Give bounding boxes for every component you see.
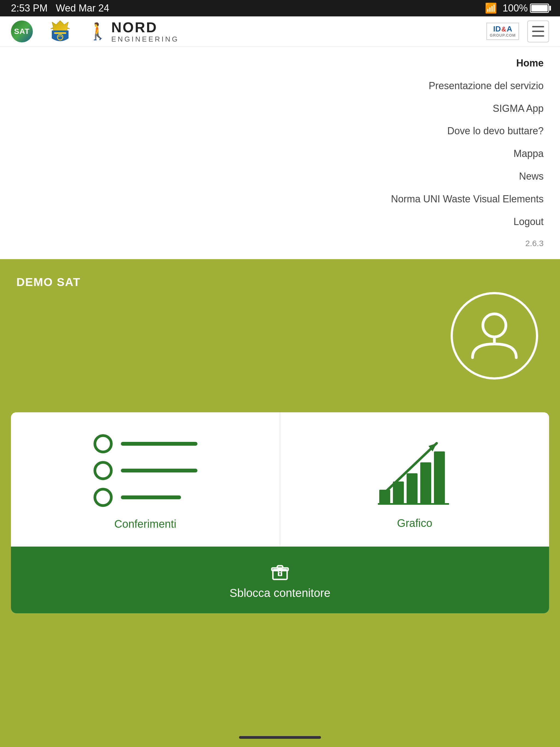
hamburger-line-1 — [532, 26, 544, 27]
municipality-crest-icon — [49, 19, 71, 44]
hamburger-line-3 — [532, 35, 544, 36]
conf-row-1 — [94, 434, 198, 453]
nord-brand-name: NORD — [111, 20, 179, 35]
conferimenti-label: Conferimenti — [114, 518, 176, 530]
avatar-circle — [451, 292, 538, 380]
conf-line-1 — [121, 442, 198, 446]
svg-marker-0 — [51, 21, 70, 31]
municipality-logo — [49, 21, 71, 42]
conf-line-3 — [121, 495, 181, 499]
conf-circle-2 — [94, 461, 113, 480]
hamburger-line-2 — [532, 31, 544, 32]
nav-item-news[interactable]: News — [0, 165, 560, 188]
svg-rect-7 — [407, 473, 417, 504]
nav-item-norma[interactable]: Norma UNI Waste Visual Elements — [0, 188, 560, 210]
header-top: SAT — [0, 17, 560, 47]
nav-item-logout[interactable]: Logout — [0, 210, 560, 233]
header-right: ID & A GROUP.COM — [486, 21, 549, 42]
nav-version: 2.6.3 — [0, 233, 560, 254]
conf-line-2 — [121, 469, 198, 472]
header: SAT — [0, 17, 560, 259]
hero-section: DEMO SAT — [0, 259, 560, 412]
demo-label: DEMO SAT — [17, 259, 81, 289]
sat-logo: SAT — [11, 21, 33, 42]
svg-rect-1 — [54, 32, 66, 34]
status-date: Wed Mar 24 — [56, 2, 109, 14]
svg-rect-9 — [434, 452, 445, 504]
nav-item-dove[interactable]: Dove lo devo buttare? — [0, 120, 560, 143]
battery-container: 100% — [503, 2, 549, 14]
svg-rect-15 — [277, 566, 283, 568]
a-text: A — [507, 25, 512, 33]
nav-dropdown: Home Presentazione del servizio SIGMA Ap… — [0, 47, 560, 259]
grafico-chart-icon — [377, 435, 453, 506]
home-indicator — [239, 736, 321, 739]
unlock-container-icon — [269, 560, 291, 582]
header-logos: SAT — [11, 20, 179, 43]
status-right-icons: 📶 100% — [485, 2, 549, 14]
hamburger-menu-button[interactable] — [527, 21, 549, 42]
conferimenti-card[interactable]: Conferimenti — [11, 412, 280, 547]
main-card: Conferimenti G — [11, 412, 549, 613]
unlock-label: Sblocca contenitore — [230, 587, 331, 600]
conf-row-3 — [94, 488, 198, 507]
nord-sub-name: ENGINEERING — [111, 35, 179, 43]
svg-point-3 — [483, 314, 506, 337]
battery-fill — [531, 5, 548, 11]
nav-item-sigma[interactable]: SIGMA App — [0, 97, 560, 120]
status-bar: 2:53 PM Wed Mar 24 📶 100% — [0, 0, 560, 17]
svg-rect-18 — [279, 574, 281, 575]
id-text: ID — [493, 25, 501, 33]
grafico-card[interactable]: Grafico — [280, 412, 549, 547]
conf-circle-3 — [94, 488, 113, 507]
battery-text: 100% — [503, 2, 528, 14]
idea-logo: ID & A GROUP.COM — [486, 23, 519, 40]
nav-item-home[interactable]: Home — [0, 52, 560, 75]
nord-engineering-logo: 🚶 NORD ENGINEERING — [87, 20, 179, 43]
idea-subtitle: GROUP.COM — [490, 33, 516, 37]
ampersand-text: & — [502, 26, 506, 33]
nord-figure-icon: 🚶 — [87, 23, 108, 40]
card-row: Conferimenti G — [11, 412, 549, 547]
grafico-label: Grafico — [397, 517, 432, 530]
nav-item-presentazione[interactable]: Presentazione del servizio — [0, 75, 560, 97]
conferimenti-icon — [94, 434, 198, 507]
status-time: 2:53 PM — [11, 2, 48, 14]
wifi-icon: 📶 — [485, 2, 497, 14]
grafico-icon-container — [377, 435, 453, 506]
battery-icon — [530, 4, 549, 13]
nav-item-mappa[interactable]: Mappa — [0, 143, 560, 165]
conf-row-2 — [94, 461, 198, 480]
svg-rect-8 — [420, 462, 431, 504]
conf-circle-1 — [94, 434, 113, 453]
unlock-button[interactable]: Sblocca contenitore — [11, 547, 549, 613]
nord-logo-text: NORD ENGINEERING — [111, 20, 179, 43]
avatar-person-icon — [464, 306, 525, 366]
avatar-container — [451, 292, 538, 380]
